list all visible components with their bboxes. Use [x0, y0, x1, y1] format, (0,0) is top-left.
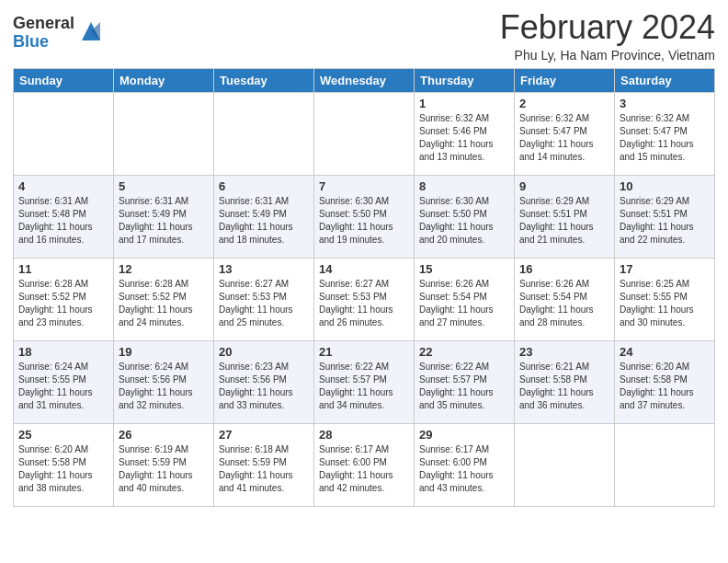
calendar-cell: 25Sunrise: 6:20 AM Sunset: 5:58 PM Dayli… — [14, 423, 114, 506]
day-info: Sunrise: 6:22 AM Sunset: 5:57 PM Dayligh… — [419, 361, 509, 412]
day-info: Sunrise: 6:18 AM Sunset: 5:59 PM Dayligh… — [219, 443, 309, 495]
day-number: 15 — [419, 262, 509, 276]
day-number: 27 — [219, 428, 309, 442]
calendar-cell: 20Sunrise: 6:23 AM Sunset: 5:56 PM Dayli… — [214, 340, 314, 423]
day-info: Sunrise: 6:27 AM Sunset: 5:53 PM Dayligh… — [319, 278, 409, 329]
day-number: 28 — [319, 428, 409, 442]
day-number: 11 — [18, 262, 108, 276]
calendar-cell: 1Sunrise: 6:32 AM Sunset: 5:46 PM Daylig… — [415, 92, 515, 175]
day-number: 22 — [419, 345, 509, 359]
calendar-cell: 17Sunrise: 6:25 AM Sunset: 5:55 PM Dayli… — [615, 258, 715, 340]
day-info: Sunrise: 6:24 AM Sunset: 5:55 PM Dayligh… — [18, 361, 108, 412]
day-info: Sunrise: 6:26 AM Sunset: 5:54 PM Dayligh… — [419, 278, 509, 329]
header-row: SundayMondayTuesdayWednesdayThursdayFrid… — [14, 68, 715, 92]
day-info: Sunrise: 6:20 AM Sunset: 5:58 PM Dayligh… — [18, 443, 108, 495]
calendar-cell: 13Sunrise: 6:27 AM Sunset: 5:53 PM Dayli… — [214, 258, 314, 340]
day-info: Sunrise: 6:29 AM Sunset: 5:51 PM Dayligh… — [519, 195, 609, 247]
header-day-monday: Monday — [114, 68, 214, 92]
calendar-cell: 22Sunrise: 6:22 AM Sunset: 5:57 PM Dayli… — [415, 340, 515, 423]
calendar-cell — [314, 92, 415, 175]
calendar-cell: 16Sunrise: 6:26 AM Sunset: 5:54 PM Dayli… — [515, 258, 615, 340]
day-number: 14 — [319, 262, 409, 276]
day-number: 2 — [519, 97, 609, 110]
day-number: 13 — [219, 262, 309, 276]
logo-container: General Blue — [13, 15, 104, 52]
day-number: 18 — [18, 345, 108, 359]
day-info: Sunrise: 6:28 AM Sunset: 5:52 PM Dayligh… — [119, 278, 209, 329]
calendar-cell — [214, 92, 314, 175]
day-number: 8 — [419, 179, 509, 193]
day-info: Sunrise: 6:27 AM Sunset: 5:53 PM Dayligh… — [219, 278, 309, 329]
day-info: Sunrise: 6:17 AM Sunset: 6:00 PM Dayligh… — [319, 443, 409, 495]
day-info: Sunrise: 6:20 AM Sunset: 5:58 PM Dayligh… — [620, 361, 710, 412]
header-day-sunday: Sunday — [14, 68, 114, 92]
calendar-cell: 11Sunrise: 6:28 AM Sunset: 5:52 PM Dayli… — [14, 258, 114, 340]
day-info: Sunrise: 6:30 AM Sunset: 5:50 PM Dayligh… — [419, 195, 509, 247]
calendar-cell: 29Sunrise: 6:17 AM Sunset: 6:00 PM Dayli… — [415, 423, 515, 506]
day-info: Sunrise: 6:31 AM Sunset: 5:49 PM Dayligh… — [119, 195, 209, 247]
calendar-subtitle: Phu Ly, Ha Nam Province, Vietnam — [500, 48, 715, 63]
day-number: 17 — [620, 262, 710, 276]
day-number: 24 — [620, 345, 710, 359]
calendar-cell: 26Sunrise: 6:19 AM Sunset: 5:59 PM Dayli… — [114, 423, 214, 506]
day-info: Sunrise: 6:32 AM Sunset: 5:47 PM Dayligh… — [620, 112, 710, 164]
day-info: Sunrise: 6:21 AM Sunset: 5:58 PM Dayligh… — [519, 361, 609, 412]
header: General Blue February 2024 Phu Ly, Ha Na… — [13, 9, 715, 63]
week-row-4: 18Sunrise: 6:24 AM Sunset: 5:55 PM Dayli… — [14, 340, 715, 423]
calendar-cell — [114, 92, 214, 175]
week-row-3: 11Sunrise: 6:28 AM Sunset: 5:52 PM Dayli… — [14, 258, 715, 340]
calendar-cell: 21Sunrise: 6:22 AM Sunset: 5:57 PM Dayli… — [314, 340, 415, 423]
day-info: Sunrise: 6:31 AM Sunset: 5:48 PM Dayligh… — [18, 195, 108, 247]
day-number: 21 — [319, 345, 409, 359]
day-number: 25 — [18, 428, 108, 442]
day-info: Sunrise: 6:22 AM Sunset: 5:57 PM Dayligh… — [319, 361, 409, 412]
day-info: Sunrise: 6:23 AM Sunset: 5:56 PM Dayligh… — [219, 361, 309, 412]
calendar-cell: 14Sunrise: 6:27 AM Sunset: 5:53 PM Dayli… — [314, 258, 415, 340]
calendar-title: February 2024 — [500, 9, 715, 46]
day-number: 12 — [119, 262, 209, 276]
calendar-cell: 9Sunrise: 6:29 AM Sunset: 5:51 PM Daylig… — [515, 175, 615, 258]
week-row-5: 25Sunrise: 6:20 AM Sunset: 5:58 PM Dayli… — [14, 423, 715, 506]
header-day-thursday: Thursday — [415, 68, 515, 92]
logo-icon — [78, 18, 104, 44]
day-number: 5 — [119, 179, 209, 193]
day-number: 9 — [519, 179, 609, 193]
week-row-1: 1Sunrise: 6:32 AM Sunset: 5:46 PM Daylig… — [14, 92, 715, 175]
day-info: Sunrise: 6:24 AM Sunset: 5:56 PM Dayligh… — [119, 361, 209, 412]
day-info: Sunrise: 6:31 AM Sunset: 5:49 PM Dayligh… — [219, 195, 309, 247]
title-area: February 2024 Phu Ly, Ha Nam Province, V… — [500, 9, 715, 63]
day-info: Sunrise: 6:26 AM Sunset: 5:54 PM Dayligh… — [519, 278, 609, 329]
calendar-cell — [14, 92, 114, 175]
calendar-cell: 3Sunrise: 6:32 AM Sunset: 5:47 PM Daylig… — [615, 92, 715, 175]
day-number: 7 — [319, 179, 409, 193]
day-number: 6 — [219, 179, 309, 193]
calendar-cell: 23Sunrise: 6:21 AM Sunset: 5:58 PM Dayli… — [515, 340, 615, 423]
calendar-table: SundayMondayTuesdayWednesdayThursdayFrid… — [13, 68, 715, 507]
header-day-friday: Friday — [515, 68, 615, 92]
calendar-cell: 2Sunrise: 6:32 AM Sunset: 5:47 PM Daylig… — [515, 92, 615, 175]
day-info: Sunrise: 6:25 AM Sunset: 5:55 PM Dayligh… — [620, 278, 710, 329]
calendar-cell: 19Sunrise: 6:24 AM Sunset: 5:56 PM Dayli… — [114, 340, 214, 423]
day-number: 1 — [419, 97, 509, 110]
day-number: 20 — [219, 345, 309, 359]
day-number: 23 — [519, 345, 609, 359]
day-number: 29 — [419, 428, 509, 442]
week-row-2: 4Sunrise: 6:31 AM Sunset: 5:48 PM Daylig… — [14, 175, 715, 258]
day-number: 10 — [620, 179, 710, 193]
calendar-cell: 27Sunrise: 6:18 AM Sunset: 5:59 PM Dayli… — [214, 423, 314, 506]
calendar-cell — [515, 423, 615, 506]
header-day-tuesday: Tuesday — [214, 68, 314, 92]
day-number: 4 — [18, 179, 108, 193]
calendar-cell — [615, 423, 715, 506]
calendar-cell: 5Sunrise: 6:31 AM Sunset: 5:49 PM Daylig… — [114, 175, 214, 258]
calendar-cell: 8Sunrise: 6:30 AM Sunset: 5:50 PM Daylig… — [415, 175, 515, 258]
day-info: Sunrise: 6:29 AM Sunset: 5:51 PM Dayligh… — [620, 195, 710, 247]
calendar-cell: 6Sunrise: 6:31 AM Sunset: 5:49 PM Daylig… — [214, 175, 314, 258]
day-number: 19 — [119, 345, 209, 359]
page: General Blue February 2024 Phu Ly, Ha Na… — [0, 0, 728, 563]
calendar-header: SundayMondayTuesdayWednesdayThursdayFrid… — [14, 68, 715, 92]
calendar-cell: 10Sunrise: 6:29 AM Sunset: 5:51 PM Dayli… — [615, 175, 715, 258]
calendar-cell: 4Sunrise: 6:31 AM Sunset: 5:48 PM Daylig… — [14, 175, 114, 258]
calendar-cell: 7Sunrise: 6:30 AM Sunset: 5:50 PM Daylig… — [314, 175, 415, 258]
day-info: Sunrise: 6:32 AM Sunset: 5:47 PM Dayligh… — [519, 112, 609, 164]
